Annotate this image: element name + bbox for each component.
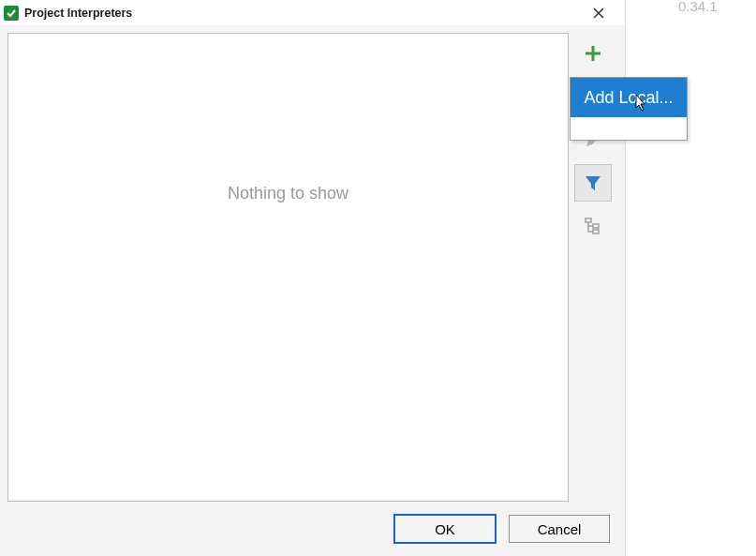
- funnel-icon: [584, 173, 602, 192]
- tree-icon: [584, 217, 602, 235]
- svg-rect-5: [586, 218, 591, 222]
- add-button[interactable]: [574, 35, 612, 72]
- project-interpreters-dialog: Project Interpreters Nothing to show: [0, 0, 626, 556]
- add-local-label: Add Local...: [584, 88, 673, 108]
- dialog-title: Project Interpreters: [24, 7, 580, 20]
- ok-button[interactable]: OK: [394, 515, 496, 543]
- popup-blank-row: [571, 117, 687, 140]
- filter-button[interactable]: [574, 164, 612, 202]
- plus-icon: [584, 44, 602, 63]
- content-area: Nothing to show: [0, 25, 625, 502]
- cancel-button[interactable]: Cancel: [509, 515, 610, 543]
- interpreter-listbox[interactable]: Nothing to show: [7, 33, 569, 502]
- show-paths-button[interactable]: [574, 207, 612, 245]
- svg-rect-0: [6, 8, 17, 19]
- svg-rect-6: [593, 224, 599, 228]
- app-icon: [4, 6, 19, 21]
- add-popup-menu: Add Local...: [570, 77, 688, 141]
- cancel-label: Cancel: [538, 521, 582, 537]
- empty-message: Nothing to show: [228, 184, 348, 203]
- button-row: OK Cancel: [0, 502, 625, 556]
- titlebar: Project Interpreters: [0, 0, 625, 25]
- close-button[interactable]: [580, 0, 617, 25]
- add-local-menu-item[interactable]: Add Local...: [571, 78, 687, 117]
- external-text: 0.34.1: [678, 0, 718, 14]
- svg-rect-7: [593, 230, 599, 233]
- ok-label: OK: [435, 521, 455, 537]
